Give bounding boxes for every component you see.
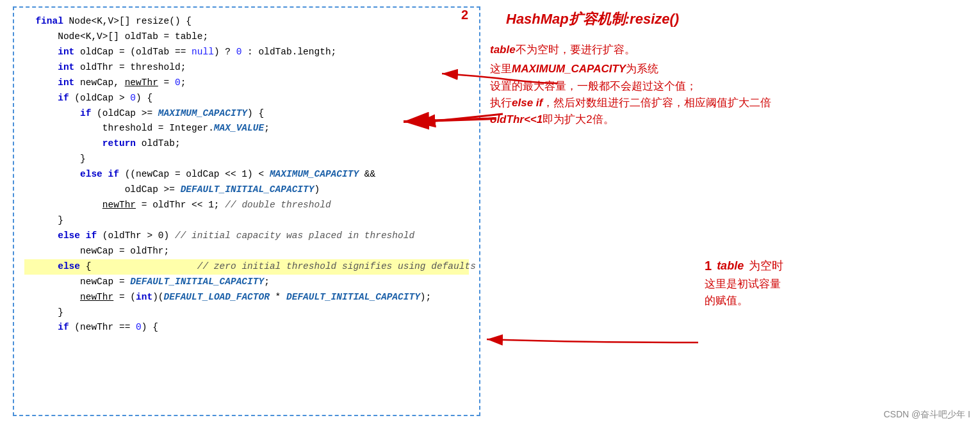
- code-line-16: newCap = oldThr;: [24, 244, 469, 259]
- ann2-line3: 设置的最大容量，一般都不会超过这个值；: [490, 78, 771, 95]
- code-line-14: }: [24, 213, 469, 229]
- ann2-elseif-word: else if: [512, 97, 543, 109]
- code-line-15: else if (oldThr > 0) // initial capacity…: [24, 229, 469, 244]
- ann2-oldthr-word: oldThr<<1: [490, 113, 543, 125]
- code-line-6: if (oldCap > 0) {: [24, 91, 469, 106]
- annotation-area: HashMap扩容机制:resize() table不为空时，要进行扩容。 这里…: [487, 6, 974, 416]
- ann2-line4: 执行else if，然后对数组进行二倍扩容，相应阈值扩大二倍: [490, 95, 771, 111]
- code-line-2: Node<K,V>[] oldTab = table;: [24, 29, 469, 45]
- ann1-line1: 这里是初试容量: [705, 276, 783, 293]
- annotation-2-block: table不为空时，要进行扩容。 这里MAXIMUM_CAPACITY为系统 设…: [490, 42, 771, 129]
- annotation-1-block: 1 table为空时 这里是初试容量 的赋值。: [705, 256, 783, 310]
- code-line-20: }: [24, 305, 469, 321]
- code-line-9: return oldTab;: [24, 136, 469, 152]
- num-1-label: 1: [705, 256, 712, 276]
- code-line-8: threshold = Integer.MAX_VALUE;: [24, 121, 469, 136]
- ann2-line1: table不为空时，要进行扩容。: [490, 42, 771, 58]
- ann2-line5: oldThr<<1即为扩大2倍。: [490, 111, 771, 128]
- num-2-label: 2: [461, 8, 468, 22]
- code-line-3: int oldCap = (oldTab == null) ? 0 : oldT…: [24, 45, 469, 60]
- ann2-max-cap-word: MAXIMUM_CAPACITY: [512, 63, 626, 75]
- code-line-5: int newCap, newThr = 0;: [24, 76, 469, 91]
- main-container: final Node<K,V>[] resize() { Node<K,V>[]…: [0, 0, 980, 427]
- code-line-10: }: [24, 152, 469, 167]
- ann2-line2: 这里MAXIMUM_CAPACITY为系统: [490, 61, 771, 77]
- ann1-line2: 的赋值。: [705, 293, 783, 309]
- code-area: final Node<K,V>[] resize() { Node<K,V>[]…: [13, 6, 480, 416]
- code-line-17: else { // zero initial threshold signifi…: [24, 259, 469, 275]
- code-line-21: if (newThr == 0) {: [24, 320, 469, 335]
- code-line-12: oldCap >= DEFAULT_INITIAL_CAPACITY): [24, 182, 469, 198]
- ann1-table-word: table: [717, 257, 744, 275]
- code-line-13: newThr = oldThr << 1; // double threshol…: [24, 198, 469, 213]
- ann2-table-word: table: [490, 44, 516, 56]
- code-line-1: final Node<K,V>[] resize() {: [24, 14, 469, 29]
- annotation-title: HashMap扩容机制:resize(): [506, 10, 679, 29]
- code-line-4: int oldThr = threshold;: [24, 60, 469, 76]
- watermark: CSDN @奋斗吧少年 I: [883, 409, 970, 421]
- code-line-19: newThr = (int)(DEFAULT_LOAD_FACTOR * DEF…: [24, 290, 469, 305]
- code-line-7: if (oldCap >= MAXIMUM_CAPACITY) {: [24, 106, 469, 122]
- code-line-11: else if ((newCap = oldCap << 1) < MAXIMU…: [24, 167, 469, 182]
- ann1-header: 1 table为空时: [705, 256, 783, 276]
- code-line-18: newCap = DEFAULT_INITIAL_CAPACITY;: [24, 275, 469, 290]
